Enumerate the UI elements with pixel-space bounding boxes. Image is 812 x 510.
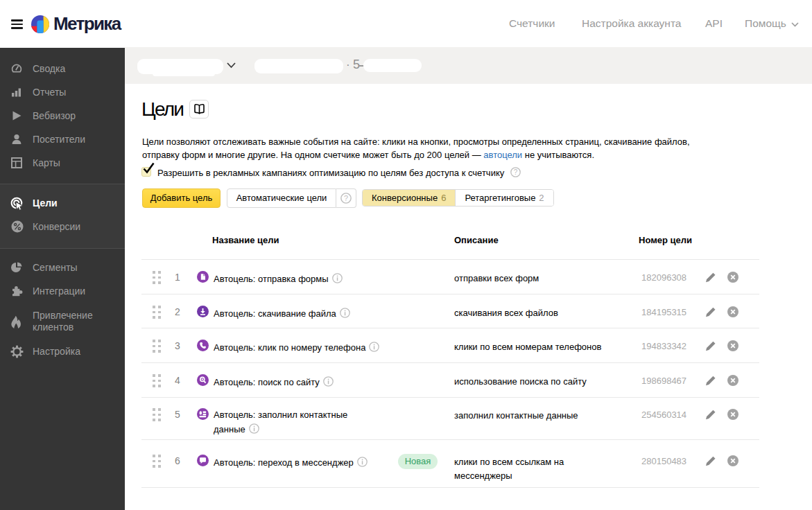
svg-text:?: ?	[514, 168, 518, 176]
svg-text:?: ?	[344, 194, 348, 202]
